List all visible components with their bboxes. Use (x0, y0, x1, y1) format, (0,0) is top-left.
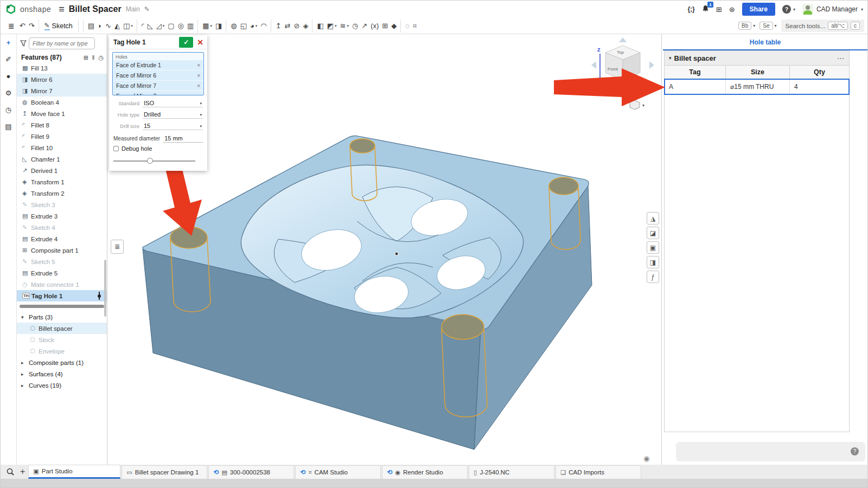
extrude-icon[interactable]: ▤▾ (83, 20, 96, 33)
part-section-header[interactable]: ▾ Billet spacer ⋯ (665, 51, 849, 66)
apps-grid-icon[interactable]: ⊞ (716, 5, 722, 14)
feature-list-flyout-toggle[interactable]: ≣ (111, 240, 124, 254)
offset-surface-icon[interactable]: ◠▾ (259, 20, 268, 33)
tab-cad-imports[interactable]: ⟲ ❏ CAD Imports (556, 465, 641, 479)
display-states-icon[interactable]: ◨ (647, 256, 659, 268)
view-cube-menu[interactable]: ▾ (630, 100, 644, 110)
remove-icon[interactable]: × (197, 93, 200, 96)
shell-icon[interactable]: ▢▾ (166, 20, 176, 33)
custom-feature-icon[interactable]: ◌▾ (400, 20, 411, 33)
feature-item[interactable]: ◜ Fillet 10 (17, 142, 107, 153)
delete-face-icon[interactable]: ⊘▾ (292, 20, 301, 33)
rollback-handle[interactable] (97, 292, 101, 300)
derived-icon[interactable]: ↗▾ (360, 20, 369, 33)
replace-face-icon[interactable]: ⇄▾ (283, 20, 292, 33)
tree-group-header[interactable]: ▸ Surfaces (4) (17, 368, 107, 380)
hole-face-item[interactable]: Face of Mirror 7 × (113, 91, 203, 95)
new-tab-button[interactable]: + (20, 467, 25, 477)
feature-list-toggle-icon[interactable]: ≣ (5, 20, 18, 33)
tab-drawing[interactable]: ⟲ ▭ Billet spacer Drawing 1 (122, 465, 207, 479)
hole-face-item[interactable]: Face of Mirror 6 × (113, 70, 203, 80)
view-cube[interactable]: Top Front Z (591, 37, 654, 95)
appearance-panel-icon[interactable]: ◮ (647, 212, 659, 224)
feature-item[interactable]: ▤ Extrude 5 (17, 267, 107, 279)
undo-icon[interactable]: ↶ (18, 20, 27, 33)
part-item[interactable]: ⬡ Billet spacer (17, 323, 107, 334)
hole-face-item[interactable]: Face of Mirror 7 × (113, 81, 203, 91)
user-name[interactable]: CAD Manager (816, 5, 858, 13)
feature-item[interactable]: ✎ Sketch 5 (17, 256, 107, 267)
appearance-icon[interactable]: ✐ (5, 55, 11, 63)
help-icon[interactable]: ? (851, 447, 859, 455)
remove-icon[interactable]: × (197, 62, 200, 68)
user-menu-caret-icon[interactable]: ▾ (861, 7, 863, 12)
hole-face-item[interactable]: Face of Extrude 1 × (113, 60, 203, 70)
feature-item[interactable]: ◨ Mirror 7 (17, 85, 107, 97)
frame-icon[interactable]: ≋▾ (339, 20, 350, 33)
sheet-metal-icon[interactable]: ◧▾ (312, 20, 325, 33)
tree-group-header[interactable]: ▸ Composite parts (1) (17, 357, 107, 368)
tab-cam-studio[interactable]: ⟲ ⌗ CAM Studio (295, 465, 381, 479)
mirror-icon[interactable]: ◨▾ (214, 20, 224, 33)
tab-nc-file[interactable]: ⟲ ▯ J-2540.NC (469, 465, 554, 479)
feature-item[interactable]: ▤ Extrude 4 (17, 233, 107, 245)
tab-300-00002538[interactable]: ⟲ ▤ 300-00002538 (208, 465, 294, 479)
tree-group-header[interactable]: ▸ Curves (19) (17, 380, 107, 391)
link-icon[interactable]: ✎ (144, 5, 150, 13)
rollback-bar[interactable] (20, 305, 104, 308)
remove-icon[interactable]: × (197, 83, 200, 89)
thicken-icon[interactable]: ◫▾ (122, 20, 135, 33)
tab-render-studio[interactable]: ⟲ ◉ Render Studio (382, 465, 468, 479)
feature-item[interactable]: ◈ Transform 2 (17, 188, 107, 199)
feature-item[interactable]: ▩ Fill 13 (17, 62, 107, 74)
dropdown-value[interactable]: Drilled (143, 111, 203, 119)
redo-icon[interactable]: ↷ (27, 20, 36, 33)
featurescript-notices-icon[interactable]: {;} (687, 5, 694, 13)
composite-part-icon[interactable]: ⊞▾ (380, 20, 390, 33)
section-view-icon[interactable]: ◪ (647, 227, 659, 239)
learning-center-icon[interactable]: ⊛ (729, 5, 735, 14)
branch-label[interactable]: Main (126, 5, 140, 13)
feature-item[interactable]: ◺ Chamfer 1 (17, 153, 107, 165)
chevron-down-icon[interactable]: ▾ (200, 124, 202, 129)
variables-icon[interactable]: + (7, 38, 11, 47)
notifications-bell-icon[interactable]: 1 (702, 5, 709, 14)
hole-icon[interactable]: ◎▾ (176, 20, 186, 33)
hole-table-row[interactable]: A ⌀15 mm THRU 4 (665, 79, 849, 94)
main-menu-icon[interactable]: ≡ (59, 4, 65, 15)
custom-features-bb-button[interactable]: Bb ▾ (738, 22, 755, 30)
feature-item[interactable]: ▤ Extrude 3 (17, 210, 107, 222)
confirm-button[interactable]: ✓ (179, 37, 193, 48)
custom-function-icon[interactable]: ƒ (647, 271, 659, 283)
help-icon[interactable]: ? (782, 5, 791, 14)
featurescript-icon[interactable]: (x)▾ (369, 20, 380, 33)
hole-table-tab[interactable]: Hole table (662, 34, 868, 49)
boolean-icon[interactable]: ◍▾ (226, 20, 238, 33)
chamfer-icon[interactable]: ◺▾ (146, 20, 155, 33)
debug-hole-checkbox[interactable] (113, 146, 119, 151)
chevron-down-icon[interactable]: ▾ (200, 101, 202, 106)
user-avatar[interactable] (802, 4, 813, 15)
chevron-down-icon[interactable]: ▾ (200, 113, 202, 117)
feature-item[interactable]: ⊞ Composite part 1 (17, 245, 107, 256)
move-face-icon[interactable]: ↥▾ (271, 20, 283, 33)
tab-part-studio[interactable]: ⟲ ▣ Part Studio (28, 465, 120, 479)
feature-list-scrollbar[interactable] (104, 260, 106, 317)
feature-item[interactable]: ◍ Boolean 4 (17, 97, 107, 108)
filter-input[interactable] (29, 37, 95, 49)
rib-icon[interactable]: ▥▾ (186, 20, 195, 33)
share-button[interactable]: Share (742, 3, 775, 16)
comments-icon[interactable]: ● (7, 72, 11, 80)
dropdown-value[interactable]: 15 (143, 122, 203, 130)
draft-icon[interactable]: ◿▾ (155, 20, 167, 33)
linear-pattern-icon[interactable]: ▦▾ (197, 20, 214, 33)
feature-item[interactable]: ◷ Mate connector 1 (17, 279, 107, 290)
feature-item[interactable]: ↥ Move face 1 (17, 108, 107, 119)
feature-item[interactable]: ◜ Fillet 9 (17, 131, 107, 142)
zoom-window-icon[interactable] (6, 467, 15, 476)
follow-mode-icon[interactable]: ◉ (643, 454, 649, 463)
feature-item[interactable]: ◜ Fillet 8 (17, 119, 107, 131)
split-icon[interactable]: ◱▾ (239, 20, 248, 33)
holes-selection-list[interactable]: Holes Face of Extrude 1 × Face of Mirror… (112, 52, 204, 95)
dropdown-value[interactable]: ISO (143, 99, 203, 107)
